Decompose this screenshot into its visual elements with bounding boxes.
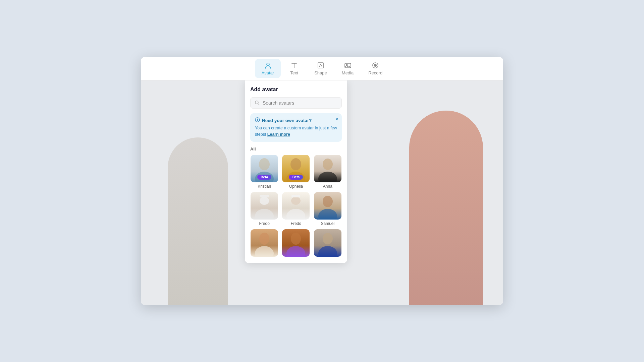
tab-record-label: Record [368,70,382,75]
svg-point-15 [260,197,269,205]
tab-text[interactable]: Text [282,59,306,78]
svg-point-6 [255,101,258,104]
svg-point-17 [255,209,274,220]
learn-more-link[interactable]: Learn more [267,132,290,137]
banner-close-button[interactable]: × [335,117,338,122]
svg-point-11 [290,158,301,170]
svg-point-27 [323,233,333,244]
avatar-item-samuel[interactable]: Samuel [314,192,342,226]
search-input[interactable] [263,100,337,106]
beta-badge-ophelia: Beta [289,175,303,180]
avatar-thumb-anna [314,155,341,182]
tab-shape-label: Shape [314,70,327,75]
svg-rect-16 [260,195,269,197]
avatar-item-kristian[interactable]: Beta Kristian [250,155,278,189]
svg-point-23 [259,233,269,245]
svg-point-5 [374,64,377,67]
toolbar: Avatar Text Shape [141,57,503,80]
avatar-thumb-fredo2 [282,192,310,220]
main-area: Add avatar [141,80,503,305]
bg-figure-left [168,137,228,305]
avatar-thumb-ophelia: Beta [282,155,310,182]
media-icon [344,62,352,69]
svg-point-9 [259,158,270,170]
avatar-item-r1[interactable] [250,229,278,258]
tab-text-label: Text [290,70,298,75]
avatar-name-kristian: Kristian [258,184,271,189]
text-icon [290,62,298,69]
avatar-name-fredo1: Fredo [259,221,269,226]
avatar-item-ophelia[interactable]: Beta Ophelia [282,155,310,189]
banner-title: Need your own avatar? [255,117,337,123]
avatar-name-samuel: Samuel [321,221,334,226]
avatar-name-ophelia: Ophelia [289,184,303,189]
svg-point-18 [291,197,301,205]
svg-rect-1 [318,63,323,68]
svg-point-8 [257,119,258,119]
banner-body: You can create a custom avatar in just a… [255,125,337,138]
avatar-item-fredo1[interactable]: Fredo [250,192,278,226]
tab-shape[interactable]: Shape [308,59,334,78]
avatar-thumb-kristian: Beta [251,155,278,182]
avatar-item-fredo2[interactable]: Fredo [282,192,310,226]
svg-point-25 [291,233,301,245]
svg-point-3 [346,64,347,66]
avatar-thumb-r1 [251,229,278,257]
app-window: Avatar Text Shape [141,57,503,305]
avatar-item-r2[interactable] [282,229,310,258]
beta-badge-kristian: Beta [257,175,271,180]
avatar-thumb-fredo1 [251,192,278,220]
svg-point-14 [318,172,337,182]
search-icon [255,100,260,106]
svg-point-24 [255,246,274,257]
tab-avatar[interactable]: Avatar [255,59,281,78]
avatar-name-fredo2: Fredo [291,221,301,226]
section-label: All [250,146,342,152]
search-bar [250,97,342,109]
info-icon [255,117,260,123]
svg-point-13 [323,159,333,170]
avatar-thumb-r3 [314,229,341,257]
tab-record[interactable]: Record [362,59,389,78]
svg-rect-19 [291,195,300,197]
avatar-icon [264,62,272,69]
avatar-item-r3[interactable] [314,229,342,258]
panel-title: Add avatar [250,86,342,93]
tab-avatar-label: Avatar [262,70,274,75]
svg-point-21 [323,196,333,207]
info-banner: Need your own avatar? You can create a c… [250,113,342,142]
avatar-name-anna: Anna [323,184,332,189]
avatar-item-anna[interactable]: Anna [314,155,342,189]
svg-point-20 [286,209,305,220]
tab-media[interactable]: Media [335,59,360,78]
avatar-thumb-r2 [282,229,310,257]
tab-media-label: Media [342,70,354,75]
avatar-panel: Add avatar [245,80,347,263]
bg-figure-right [409,111,483,305]
avatar-thumb-samuel [314,192,341,220]
svg-point-26 [286,246,305,257]
svg-point-22 [318,209,337,220]
svg-point-0 [267,63,269,66]
record-icon [372,62,379,69]
avatar-grid: Beta Kristian Beta Ophelia [250,155,342,258]
svg-point-28 [318,246,337,257]
shape-icon [317,62,324,69]
